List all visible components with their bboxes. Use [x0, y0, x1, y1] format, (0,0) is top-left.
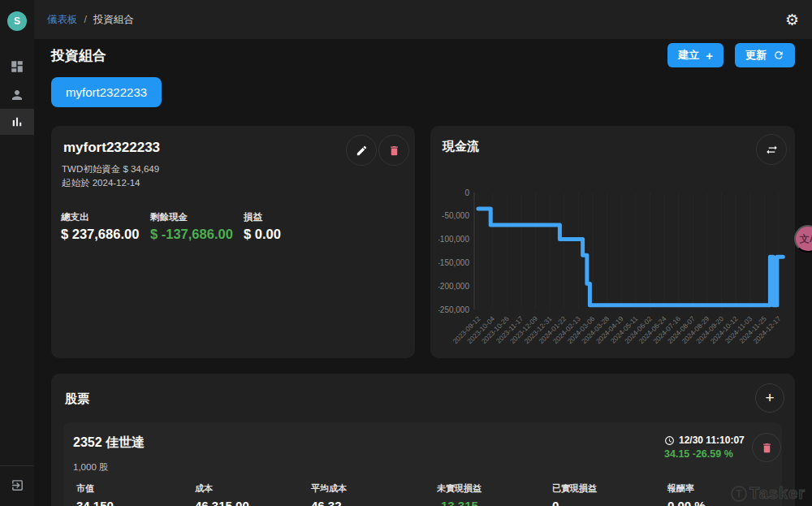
stat-value: 34,150 — [76, 499, 195, 506]
start-date: 起始於 2024-12-14 — [62, 176, 159, 190]
swap-arrows-icon — [766, 144, 778, 156]
header-actions: 建立 + 更新 — [667, 43, 795, 67]
stat-label: 損益 — [244, 211, 281, 223]
add-stock-button[interactable]: + — [755, 383, 784, 413]
svg-text:-200,000: -200,000 — [438, 282, 469, 291]
cashflow-card: 現金流 2023-09-122023-10-042023-10-262023-1… — [430, 126, 795, 358]
stat-label: 剩餘現金 — [150, 211, 244, 223]
stock-price-change: 34.15 -26.59 % — [664, 448, 733, 460]
swap-chart-button[interactable] — [756, 134, 787, 165]
stocks-title: 股票 — [65, 391, 89, 407]
stat-value: $ -137,686.00 — [150, 227, 244, 242]
stat-value: 46.32 — [311, 499, 437, 506]
stock-stat-realized: 已實現損益 0 — [552, 482, 667, 506]
stat-value: $ 237,686.00 — [61, 227, 150, 242]
stat-label: 市值 — [76, 482, 195, 495]
stat-label: 報酬率 — [667, 482, 706, 495]
stat-total-spent: 總支出 $ 237,686.00 — [61, 211, 150, 242]
stat-pnl: 損益 $ 0.00 — [244, 211, 281, 242]
cashflow-chart-area: 2023-09-122023-10-042023-10-262023-11-17… — [438, 185, 788, 352]
stock-stat-market-value: 市值 34,150 — [76, 482, 195, 506]
portfolio-card: myfort2322233 TWD初始資金 $ 34,649 起始於 2024-… — [51, 126, 415, 358]
stat-remaining-cash: 剩餘現金 $ -137,686.00 — [150, 211, 244, 242]
sidebar-item-logout[interactable] — [0, 472, 34, 498]
sidebar-divider — [0, 465, 34, 466]
plus-icon: + — [706, 49, 713, 63]
person-icon — [10, 88, 24, 102]
analytics-icon — [10, 115, 24, 129]
stat-value: 0.00 % — [667, 499, 706, 506]
stat-label: 平均成本 — [311, 482, 437, 495]
app-root: S 儀表板 / 投資組合 ⚙ — [0, 0, 812, 506]
stock-stats: 市值 34,150 成本 46,315.00 平均成本 46.32 未實現損益 … — [76, 482, 706, 506]
svg-text:-150,000: -150,000 — [438, 258, 469, 267]
breadcrumb-dashboard-link[interactable]: 儀表板 — [47, 13, 78, 27]
dashboard-icon — [10, 59, 24, 74]
sidebar-item-portfolio[interactable] — [0, 109, 34, 135]
translate-fab[interactable]: 文A — [794, 225, 812, 253]
cashflow-card-title: 現金流 — [443, 139, 479, 154]
plus-icon: + — [765, 389, 774, 407]
stat-label: 成本 — [195, 482, 311, 495]
refresh-button-label: 更新 — [745, 48, 767, 63]
topbar: 儀表板 / 投資組合 ⚙ — [34, 0, 812, 39]
delete-stock-button[interactable] — [752, 433, 781, 462]
stat-value: 46,315.00 — [195, 499, 311, 506]
svg-text:-50,000: -50,000 — [442, 211, 469, 220]
page-title: 投資組合 — [51, 46, 106, 65]
sidebar: S — [0, 0, 34, 506]
gear-icon[interactable]: ⚙ — [785, 12, 799, 28]
stat-label: 已實現損益 — [552, 482, 667, 495]
portfolio-chip[interactable]: myfort2322233 — [51, 77, 162, 107]
stat-value: $ 0.00 — [244, 227, 281, 242]
svg-text:-250,000: -250,000 — [438, 305, 469, 314]
stock-shares: 1,000 股 — [73, 461, 108, 474]
stock-quote-time: 12/30 11:10:07 — [679, 435, 745, 446]
stock-stat-return-rate: 報酬率 0.00 % — [667, 482, 706, 506]
stocks-card: 股票 + 2352 佳世達 1,000 股 12/30 11:10:07 34.… — [51, 374, 795, 506]
clock-icon — [664, 435, 675, 446]
sidebar-item-profile[interactable] — [0, 82, 34, 108]
stock-quote-time-row: 12/30 11:10:07 — [664, 435, 745, 446]
logout-icon — [11, 478, 24, 492]
trash-icon — [761, 442, 773, 454]
pencil-icon — [356, 145, 368, 157]
breadcrumb-separator: / — [84, 14, 87, 25]
stat-label: 未實現損益 — [437, 482, 552, 495]
edit-button[interactable] — [346, 135, 377, 166]
stat-value: 0 — [552, 499, 667, 506]
refresh-icon — [773, 50, 784, 61]
svg-text:-100,000: -100,000 — [438, 235, 469, 244]
stock-row[interactable]: 2352 佳世達 1,000 股 12/30 11:10:07 34.15 -2… — [63, 422, 782, 506]
portfolio-meta: TWD初始資金 $ 34,649 起始於 2024-12-14 — [62, 162, 159, 190]
stat-value: -13,315 — [437, 499, 552, 506]
breadcrumb-current: 投資組合 — [93, 13, 134, 27]
stock-stat-cost: 成本 46,315.00 — [195, 482, 311, 506]
stock-stat-avg-cost: 平均成本 46.32 — [311, 482, 437, 506]
breadcrumb: 儀表板 / 投資組合 — [47, 13, 134, 27]
avatar[interactable]: S — [7, 11, 27, 31]
translate-icon: 文A — [800, 232, 812, 246]
portfolio-stats: 總支出 $ 237,686.00 剩餘現金 $ -137,686.00 損益 $… — [61, 211, 281, 242]
svg-text:0: 0 — [464, 188, 469, 197]
refresh-button[interactable]: 更新 — [735, 43, 795, 67]
cashflow-chart: 2023-09-122023-10-042023-10-262023-11-17… — [438, 185, 788, 352]
create-button-label: 建立 — [678, 48, 699, 63]
create-button[interactable]: 建立 + — [667, 43, 723, 67]
stock-stat-unrealized: 未實現損益 -13,315 — [437, 482, 552, 506]
initial-capital: TWD初始資金 $ 34,649 — [62, 162, 159, 176]
trash-icon — [388, 145, 400, 157]
portfolio-card-title: myfort2322233 — [63, 140, 160, 156]
delete-portfolio-button[interactable] — [378, 135, 409, 166]
stock-code-name: 2352 佳世達 — [73, 435, 145, 452]
stat-label: 總支出 — [61, 211, 150, 223]
sidebar-item-dashboard[interactable] — [0, 54, 34, 80]
